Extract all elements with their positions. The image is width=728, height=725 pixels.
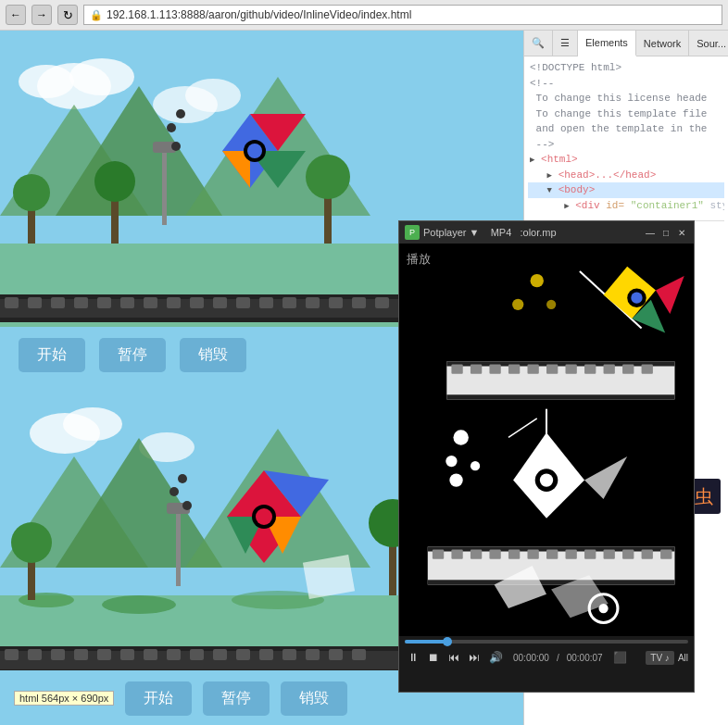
- svg-rect-83: [144, 649, 157, 660]
- destroy-button-top[interactable]: 销毁: [180, 338, 246, 372]
- sources-tab-label: Sour...: [697, 38, 726, 49]
- svg-rect-78: [28, 649, 42, 660]
- svg-point-72: [169, 487, 179, 496]
- svg-rect-137: [527, 549, 538, 558]
- dt-comment-open[interactable]: <!--: [528, 76, 724, 92]
- network-tab-label: Network: [644, 38, 681, 49]
- svg-rect-131: [428, 580, 675, 584]
- dt-comment-1[interactable]: To change this license heade: [528, 91, 724, 106]
- svg-rect-139: [566, 549, 577, 558]
- svg-point-46: [176, 109, 185, 119]
- svg-point-119: [453, 430, 468, 444]
- svg-rect-109: [471, 364, 482, 373]
- dt-html-tag[interactable]: ▶ <html>: [528, 152, 724, 168]
- tv-button[interactable]: TV ♪: [646, 651, 674, 665]
- search-icon: 🔍: [532, 37, 545, 49]
- svg-rect-136: [508, 549, 520, 558]
- progress-bar[interactable]: [405, 640, 688, 644]
- minimize-button[interactable]: —: [644, 226, 657, 239]
- svg-rect-143: [642, 549, 653, 558]
- svg-point-55: [19, 593, 74, 607]
- dt-comment-3[interactable]: and open the template in the: [528, 121, 724, 137]
- back-button[interactable]: ←: [6, 5, 26, 25]
- subtitles-button[interactable]: ⬛: [610, 649, 630, 666]
- close-button[interactable]: ✕: [675, 226, 688, 239]
- devtools-sources-tab[interactable]: Sour...: [689, 31, 728, 56]
- refresh-icon: ↻: [63, 8, 73, 22]
- dt-head-tag[interactable]: ▶ <head>...</head>: [528, 168, 724, 183]
- svg-rect-89: [282, 649, 296, 660]
- devtools-network-tab[interactable]: Network: [636, 31, 689, 56]
- svg-rect-25: [5, 297, 19, 308]
- svg-rect-69: [176, 512, 181, 586]
- svg-rect-29: [97, 297, 111, 308]
- svg-rect-30: [120, 297, 134, 308]
- svg-marker-124: [584, 456, 627, 499]
- control-buttons-row: ⏸ ⏹ ⏮ ⏭ 🔊 00:00:00 / 00:00:07 ⬛ TV ♪ All: [405, 649, 688, 666]
- svg-rect-115: [584, 364, 596, 373]
- svg-rect-41: [375, 297, 389, 308]
- svg-point-67: [256, 508, 272, 525]
- svg-point-71: [182, 501, 192, 510]
- svg-rect-113: [546, 364, 558, 373]
- devtools-elements-tab[interactable]: Elements: [578, 31, 636, 56]
- potplayer-logo: P: [405, 225, 420, 240]
- svg-point-102: [531, 274, 544, 287]
- progress-dot: [443, 637, 452, 646]
- svg-rect-118: [642, 364, 653, 373]
- devtools-box-tab[interactable]: ☰: [553, 31, 578, 56]
- svg-point-5: [185, 79, 241, 112]
- total-time: 00:00:07: [567, 653, 603, 663]
- svg-rect-79: [51, 649, 65, 660]
- dt-comment-2[interactable]: To change this template file: [528, 106, 724, 122]
- svg-rect-80: [74, 649, 88, 660]
- svg-rect-116: [604, 364, 615, 373]
- svg-rect-68: [303, 555, 355, 599]
- svg-rect-133: [451, 549, 462, 558]
- volume-button[interactable]: 🔊: [486, 649, 506, 666]
- refresh-button[interactable]: ↻: [57, 5, 78, 25]
- dt-comment-close[interactable]: -->: [528, 137, 724, 153]
- svg-rect-140: [584, 549, 596, 558]
- potplayer-controls: ⏸ ⏹ ⏮ ⏭ 🔊 00:00:00 / 00:00:07 ⬛ TV ♪ All: [399, 636, 694, 692]
- svg-rect-33: [190, 297, 204, 308]
- dt-body-tag[interactable]: ▼ <body>: [528, 182, 724, 198]
- pause-button-bottom[interactable]: 暂停: [203, 681, 270, 716]
- svg-point-56: [102, 595, 176, 614]
- potplayer-window-controls: — □ ✕: [644, 226, 688, 239]
- svg-point-122: [449, 473, 462, 486]
- destroy-button-bottom[interactable]: 销毁: [281, 681, 347, 716]
- svg-point-45: [167, 123, 176, 132]
- start-button-top[interactable]: 开始: [19, 338, 85, 372]
- next-button[interactable]: ⏭: [466, 649, 483, 666]
- dt-div-container[interactable]: ▶ <div id= "container1" sty: [528, 198, 724, 214]
- svg-rect-82: [120, 649, 134, 660]
- svg-point-13: [94, 161, 135, 202]
- svg-rect-38: [306, 297, 320, 308]
- forward-button[interactable]: →: [31, 5, 52, 25]
- start-button-bottom[interactable]: 开始: [125, 681, 192, 716]
- svg-rect-84: [167, 649, 181, 660]
- svg-rect-81: [97, 649, 111, 660]
- play-pause-button[interactable]: ⏸: [405, 649, 421, 666]
- maximize-button[interactable]: □: [659, 226, 672, 239]
- page-icon: 🔒: [90, 9, 103, 21]
- svg-point-59: [11, 522, 52, 563]
- prev-button[interactable]: ⏮: [446, 649, 462, 666]
- svg-point-101: [631, 292, 642, 303]
- all-button[interactable]: All: [678, 653, 688, 663]
- svg-rect-92: [352, 649, 366, 660]
- browser-toolbar: ← → ↻ 🔒 192.168.1.113:8888/aaron/github/…: [0, 0, 728, 30]
- address-bar[interactable]: 🔒 192.168.1.113:8888/aaron/github/video/…: [83, 5, 722, 25]
- svg-point-3: [19, 65, 74, 98]
- svg-rect-42: [162, 151, 167, 225]
- svg-rect-28: [74, 297, 88, 308]
- stop-button[interactable]: ⏹: [425, 649, 442, 666]
- svg-rect-141: [604, 549, 615, 558]
- svg-rect-108: [451, 364, 462, 373]
- dt-doctype[interactable]: <!DOCTYPE html>: [528, 60, 724, 76]
- devtools-search-tab[interactable]: 🔍: [524, 31, 553, 56]
- svg-rect-132: [433, 549, 444, 558]
- pause-button-top[interactable]: 暂停: [99, 338, 166, 372]
- svg-rect-37: [282, 297, 296, 308]
